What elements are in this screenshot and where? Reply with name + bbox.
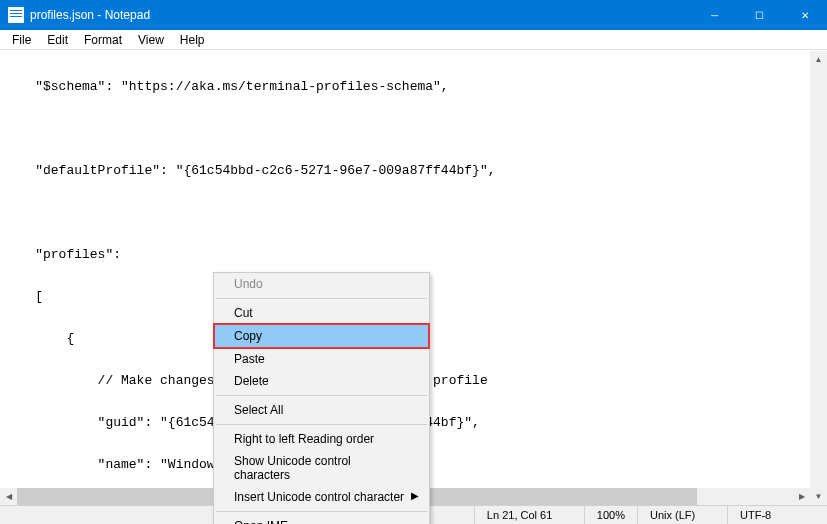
menu-file[interactable]: File: [4, 33, 39, 47]
window-controls: ─ ☐ ✕: [692, 0, 827, 30]
code-line: [4, 206, 823, 220]
close-button[interactable]: ✕: [782, 0, 827, 30]
scroll-left-button[interactable]: ◀: [0, 488, 17, 505]
code-line: [4, 122, 823, 136]
status-position: Ln 21, Col 61: [474, 506, 584, 524]
code-line: "$schema": "https://aka.ms/terminal-prof…: [4, 80, 823, 94]
menu-bar: File Edit Format View Help: [0, 30, 827, 50]
context-menu: Undo Cut Copy Paste Delete Select All Ri…: [213, 272, 430, 524]
menu-edit[interactable]: Edit: [39, 33, 76, 47]
scroll-right-button[interactable]: ▶: [793, 488, 810, 505]
context-delete[interactable]: Delete: [214, 370, 429, 392]
chevron-right-icon: ▶: [411, 490, 419, 501]
title-bar: profiles.json - Notepad ─ ☐ ✕: [0, 0, 827, 30]
context-cut[interactable]: Cut: [214, 302, 429, 324]
scroll-down-button[interactable]: ▼: [810, 488, 827, 505]
code-line: "profiles":: [4, 248, 823, 262]
code-line: "defaultProfile": "{61c54bbd-c2c6-5271-9…: [4, 164, 823, 178]
context-paste[interactable]: Paste: [214, 348, 429, 370]
context-undo[interactable]: Undo: [214, 273, 429, 295]
context-rtl[interactable]: Right to left Reading order: [214, 428, 429, 450]
menu-view[interactable]: View: [130, 33, 172, 47]
status-line-ending: Unix (LF): [637, 506, 727, 524]
context-select-all[interactable]: Select All: [214, 399, 429, 421]
menu-help[interactable]: Help: [172, 33, 213, 47]
context-show-unicode[interactable]: Show Unicode control characters: [214, 450, 429, 486]
menu-format[interactable]: Format: [76, 33, 130, 47]
context-copy[interactable]: Copy: [214, 324, 429, 348]
vertical-scrollbar[interactable]: ▲ ▼: [810, 51, 827, 505]
notepad-icon: [8, 7, 24, 23]
scroll-up-button[interactable]: ▲: [810, 51, 827, 68]
separator: [216, 511, 427, 512]
context-insert-unicode[interactable]: Insert Unicode control character▶: [214, 486, 429, 508]
separator: [216, 395, 427, 396]
separator: [216, 424, 427, 425]
separator: [216, 298, 427, 299]
minimize-button[interactable]: ─: [692, 0, 737, 30]
window-title: profiles.json - Notepad: [30, 8, 692, 22]
maximize-button[interactable]: ☐: [737, 0, 782, 30]
status-encoding: UTF-8: [727, 506, 827, 524]
status-zoom: 100%: [584, 506, 637, 524]
context-open-ime[interactable]: Open IME: [214, 515, 429, 524]
